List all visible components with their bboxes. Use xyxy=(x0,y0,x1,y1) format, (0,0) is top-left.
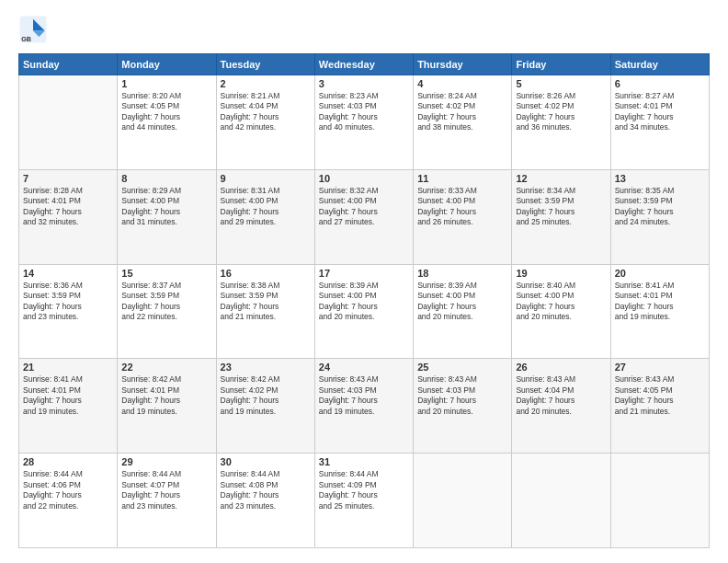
calendar-cell: 25Sunrise: 8:43 AM Sunset: 4:03 PM Dayli… xyxy=(414,359,512,454)
day-info: Sunrise: 8:31 AM Sunset: 4:00 PM Dayligh… xyxy=(221,186,311,228)
day-info: Sunrise: 8:42 AM Sunset: 4:01 PM Dayligh… xyxy=(121,374,211,417)
calendar-cell: 2Sunrise: 8:21 AM Sunset: 4:04 PM Daylig… xyxy=(216,75,314,170)
calendar-cell: 9Sunrise: 8:31 AM Sunset: 4:00 PM Daylig… xyxy=(216,169,314,264)
header: GB xyxy=(18,15,710,44)
week-row-2: 7Sunrise: 8:28 AM Sunset: 4:01 PM Daylig… xyxy=(19,169,710,264)
calendar-cell: 19Sunrise: 8:40 AM Sunset: 4:00 PM Dayli… xyxy=(512,264,610,359)
day-info: Sunrise: 8:32 AM Sunset: 4:00 PM Dayligh… xyxy=(319,186,409,228)
day-number: 11 xyxy=(417,173,507,184)
logo: GB xyxy=(18,15,51,44)
day-info: Sunrise: 8:20 AM Sunset: 4:05 PM Dayligh… xyxy=(121,91,211,133)
calendar-cell: 27Sunrise: 8:43 AM Sunset: 4:05 PM Dayli… xyxy=(610,359,709,454)
calendar-cell: 18Sunrise: 8:39 AM Sunset: 4:00 PM Dayli… xyxy=(414,264,512,359)
day-info: Sunrise: 8:27 AM Sunset: 4:01 PM Dayligh… xyxy=(615,91,705,133)
week-row-3: 14Sunrise: 8:36 AM Sunset: 3:59 PM Dayli… xyxy=(19,264,710,359)
day-info: Sunrise: 8:42 AM Sunset: 4:02 PM Dayligh… xyxy=(221,374,311,417)
day-number: 9 xyxy=(221,173,311,184)
weekday-header-wednesday: Wednesday xyxy=(314,54,413,75)
calendar-cell: 7Sunrise: 8:28 AM Sunset: 4:01 PM Daylig… xyxy=(19,169,118,264)
calendar-cell: 31Sunrise: 8:44 AM Sunset: 4:09 PM Dayli… xyxy=(314,454,413,548)
weekday-header-tuesday: Tuesday xyxy=(216,54,314,75)
day-number: 17 xyxy=(319,268,409,279)
day-info: Sunrise: 8:40 AM Sunset: 4:00 PM Dayligh… xyxy=(516,281,606,323)
calendar-cell: 26Sunrise: 8:43 AM Sunset: 4:04 PM Dayli… xyxy=(512,359,610,454)
day-number: 12 xyxy=(516,173,606,184)
calendar-cell: 11Sunrise: 8:33 AM Sunset: 4:00 PM Dayli… xyxy=(414,169,512,264)
week-row-5: 28Sunrise: 8:44 AM Sunset: 4:06 PM Dayli… xyxy=(19,454,710,548)
day-info: Sunrise: 8:41 AM Sunset: 4:01 PM Dayligh… xyxy=(615,281,705,323)
calendar-cell xyxy=(414,454,512,548)
day-info: Sunrise: 8:28 AM Sunset: 4:01 PM Dayligh… xyxy=(23,186,113,228)
calendar-cell: 17Sunrise: 8:39 AM Sunset: 4:00 PM Dayli… xyxy=(314,264,413,359)
day-info: Sunrise: 8:43 AM Sunset: 4:04 PM Dayligh… xyxy=(516,374,606,417)
day-info: Sunrise: 8:44 AM Sunset: 4:09 PM Dayligh… xyxy=(319,469,409,511)
day-info: Sunrise: 8:36 AM Sunset: 3:59 PM Dayligh… xyxy=(23,281,113,323)
weekday-header-thursday: Thursday xyxy=(414,54,512,75)
calendar-cell xyxy=(19,75,118,170)
day-number: 16 xyxy=(221,268,311,279)
day-info: Sunrise: 8:24 AM Sunset: 4:02 PM Dayligh… xyxy=(417,91,507,133)
day-number: 8 xyxy=(121,173,211,184)
day-info: Sunrise: 8:23 AM Sunset: 4:03 PM Dayligh… xyxy=(319,91,409,133)
day-info: Sunrise: 8:29 AM Sunset: 4:00 PM Dayligh… xyxy=(121,186,211,228)
day-info: Sunrise: 8:26 AM Sunset: 4:02 PM Dayligh… xyxy=(516,91,606,133)
calendar-cell: 28Sunrise: 8:44 AM Sunset: 4:06 PM Dayli… xyxy=(19,454,118,548)
calendar-cell: 20Sunrise: 8:41 AM Sunset: 4:01 PM Dayli… xyxy=(610,264,709,359)
calendar-cell: 12Sunrise: 8:34 AM Sunset: 3:59 PM Dayli… xyxy=(512,169,610,264)
day-number: 13 xyxy=(615,173,705,184)
day-info: Sunrise: 8:39 AM Sunset: 4:00 PM Dayligh… xyxy=(417,281,507,323)
calendar-cell: 6Sunrise: 8:27 AM Sunset: 4:01 PM Daylig… xyxy=(610,75,709,170)
logo-icon: GB xyxy=(18,15,48,44)
day-number: 1 xyxy=(121,78,211,89)
day-info: Sunrise: 8:44 AM Sunset: 4:08 PM Dayligh… xyxy=(221,469,311,511)
calendar-table: SundayMondayTuesdayWednesdayThursdayFrid… xyxy=(18,53,710,548)
day-number: 23 xyxy=(221,362,311,373)
day-number: 2 xyxy=(221,78,311,89)
calendar-cell: 13Sunrise: 8:35 AM Sunset: 3:59 PM Dayli… xyxy=(610,169,709,264)
page: GB SundayMondayTuesdayWednesdayThursdayF… xyxy=(0,0,728,563)
calendar-cell xyxy=(610,454,709,548)
calendar-cell: 10Sunrise: 8:32 AM Sunset: 4:00 PM Dayli… xyxy=(314,169,413,264)
day-info: Sunrise: 8:43 AM Sunset: 4:03 PM Dayligh… xyxy=(417,374,507,417)
day-number: 15 xyxy=(121,268,211,279)
day-number: 10 xyxy=(319,173,409,184)
week-row-1: 1Sunrise: 8:20 AM Sunset: 4:05 PM Daylig… xyxy=(19,75,710,170)
weekday-header-saturday: Saturday xyxy=(610,54,709,75)
day-info: Sunrise: 8:33 AM Sunset: 4:00 PM Dayligh… xyxy=(417,186,507,228)
day-number: 20 xyxy=(615,268,705,279)
weekday-header-sunday: Sunday xyxy=(19,54,118,75)
calendar-cell: 4Sunrise: 8:24 AM Sunset: 4:02 PM Daylig… xyxy=(414,75,512,170)
day-info: Sunrise: 8:43 AM Sunset: 4:03 PM Dayligh… xyxy=(319,374,409,417)
weekday-header-monday: Monday xyxy=(118,54,216,75)
calendar-cell: 15Sunrise: 8:37 AM Sunset: 3:59 PM Dayli… xyxy=(118,264,216,359)
weekday-header-row: SundayMondayTuesdayWednesdayThursdayFrid… xyxy=(19,54,710,75)
calendar-cell: 16Sunrise: 8:38 AM Sunset: 3:59 PM Dayli… xyxy=(216,264,314,359)
day-info: Sunrise: 8:39 AM Sunset: 4:00 PM Dayligh… xyxy=(319,281,409,323)
calendar-cell: 8Sunrise: 8:29 AM Sunset: 4:00 PM Daylig… xyxy=(118,169,216,264)
calendar-cell: 5Sunrise: 8:26 AM Sunset: 4:02 PM Daylig… xyxy=(512,75,610,170)
day-number: 14 xyxy=(23,268,113,279)
day-info: Sunrise: 8:35 AM Sunset: 3:59 PM Dayligh… xyxy=(615,186,705,228)
day-number: 5 xyxy=(516,78,606,89)
calendar-cell: 30Sunrise: 8:44 AM Sunset: 4:08 PM Dayli… xyxy=(216,454,314,548)
day-info: Sunrise: 8:43 AM Sunset: 4:05 PM Dayligh… xyxy=(615,374,705,417)
day-number: 25 xyxy=(417,362,507,373)
day-number: 22 xyxy=(121,362,211,373)
day-number: 18 xyxy=(417,268,507,279)
day-number: 24 xyxy=(319,362,409,373)
day-number: 26 xyxy=(516,362,606,373)
day-info: Sunrise: 8:21 AM Sunset: 4:04 PM Dayligh… xyxy=(221,91,311,133)
day-info: Sunrise: 8:44 AM Sunset: 4:06 PM Dayligh… xyxy=(23,469,113,511)
day-number: 4 xyxy=(417,78,507,89)
weekday-header-friday: Friday xyxy=(512,54,610,75)
calendar-cell: 14Sunrise: 8:36 AM Sunset: 3:59 PM Dayli… xyxy=(19,264,118,359)
day-number: 28 xyxy=(23,456,113,467)
calendar-cell: 22Sunrise: 8:42 AM Sunset: 4:01 PM Dayli… xyxy=(118,359,216,454)
day-info: Sunrise: 8:41 AM Sunset: 4:01 PM Dayligh… xyxy=(23,374,113,417)
day-number: 6 xyxy=(615,78,705,89)
svg-text:GB: GB xyxy=(21,35,31,43)
calendar-cell: 3Sunrise: 8:23 AM Sunset: 4:03 PM Daylig… xyxy=(314,75,413,170)
day-info: Sunrise: 8:37 AM Sunset: 3:59 PM Dayligh… xyxy=(121,281,211,323)
day-number: 29 xyxy=(121,456,211,467)
calendar-cell: 21Sunrise: 8:41 AM Sunset: 4:01 PM Dayli… xyxy=(19,359,118,454)
